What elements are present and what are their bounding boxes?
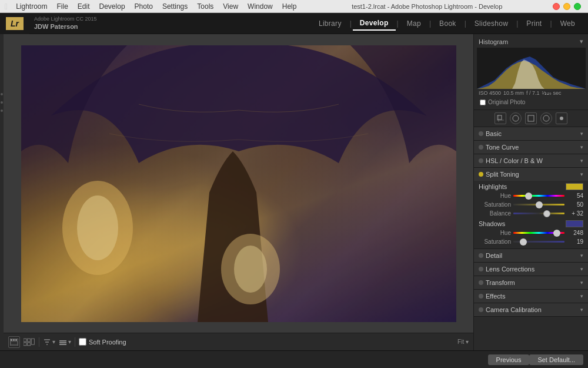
menu-tools[interactable]: Tools [192,0,218,13]
hsl-section: HSL / Color / B & W ▾ [474,154,588,168]
menu-help[interactable]: Help [278,0,302,13]
hsl-title: HSL / Color / B & W [486,157,543,164]
close-button[interactable] [553,3,560,10]
crop-tool[interactable] [495,112,506,124]
histogram-title: Histogram [479,38,508,45]
original-photo-checkbox[interactable] [480,100,486,105]
shadows-hue-row: Hue 248 [474,228,588,237]
tab-book[interactable]: Book [432,17,463,30]
tone-curve-header[interactable]: Tone Curve ▾ [474,141,588,154]
split-toning-toggle[interactable] [479,172,483,177]
split-toning-header[interactable]: Split Toning ▾ [474,168,588,181]
app-header: Lr Adobe Lightroom CC 2015 JDW Paterson … [0,13,588,34]
user-info: Adobe Lightroom CC 2015 JDW Paterson [29,16,102,31]
menu-settings[interactable]: Settings [158,0,192,13]
menu-view[interactable]: View [218,0,243,13]
svg-point-25 [543,115,549,121]
apple-logo:  [5,2,8,11]
app-name: Adobe Lightroom CC 2015 [34,16,97,23]
detail-toggle[interactable] [479,253,483,258]
zoom-dropdown[interactable]: Fit ▾ [457,339,469,345]
svg-rect-17 [59,342,66,343]
soft-proofing-toggle[interactable]: Soft Proofing [79,338,126,346]
filmstrip-icon[interactable] [8,336,20,348]
iso-info: ISO 4500 [479,90,501,96]
adjustment-brush[interactable] [556,112,567,124]
highlights-hue-slider[interactable] [513,195,564,197]
svg-rect-5 [21,45,456,322]
shutter-info: ¹⁄₃₄₉ sec [542,90,562,96]
svg-rect-10 [11,342,18,344]
user-name: JDW Paterson [34,22,97,31]
camera-calibration-header[interactable]: Camera Calibration ▾ [474,303,588,316]
highlights-color-swatch[interactable] [566,183,583,190]
photo-container [4,34,473,333]
highlights-saturation-slider[interactable] [513,204,564,205]
main-content: ▾ ▾ Soft Proofing Fit ▾ [0,34,588,350]
right-panel: Histogram ▾ ISO 4500 10.5 mm f / 7 [473,34,588,350]
lens-toggle[interactable] [479,267,483,271]
balance-thumb[interactable] [543,210,550,217]
hsl-header[interactable]: HSL / Color / B & W ▾ [474,154,588,167]
highlights-saturation-thumb[interactable] [536,201,543,208]
previous-button[interactable]: Previous [488,354,530,365]
shadows-saturation-thumb[interactable] [520,238,527,246]
svg-rect-24 [528,115,534,121]
shadows-hue-thumb[interactable] [553,230,560,237]
original-photo-row: Original Photo [476,97,586,107]
detail-arrow: ▾ [580,253,583,258]
soft-proofing-checkbox[interactable] [79,338,86,346]
tone-curve-toggle[interactable] [479,145,483,150]
lens-corrections-header[interactable]: Lens Corrections ▾ [474,263,588,276]
view-dropdown[interactable]: ▾ [59,338,71,346]
set-default-button[interactable]: Set Default... [529,354,583,365]
menu-file[interactable]: File [52,0,73,13]
sort-dropdown[interactable]: ▾ [43,338,55,346]
lens-corrections-section: Lens Corrections ▾ [474,263,588,276]
redeye-tool[interactable] [525,112,537,124]
shadows-hue-slider[interactable] [513,232,564,234]
tab-develop[interactable]: Develop [353,16,396,31]
effects-header[interactable]: Effects ▾ [474,290,588,303]
tab-web[interactable]: Web [553,17,582,30]
lens-arrow: ▾ [580,266,583,272]
svg-rect-14 [28,342,31,345]
shadows-saturation-slider[interactable] [513,241,564,243]
maximize-button[interactable] [574,3,581,10]
separator-2 [75,337,75,347]
histogram-collapse-icon[interactable]: ▾ [580,38,583,45]
svg-rect-9 [15,339,17,341]
menu-window[interactable]: Window [243,0,278,13]
lens-title: Lens Corrections [486,266,534,273]
histogram-section: Histogram ▾ ISO 4500 10.5 mm f / 7 [474,34,588,110]
shadows-color-swatch[interactable] [566,220,583,227]
tab-slideshow[interactable]: Slideshow [467,17,515,30]
shadows-label: Shadows [479,220,505,227]
basic-header[interactable]: Basic ▾ [474,127,588,140]
hsl-toggle[interactable] [479,158,483,163]
grid-icon[interactable] [24,336,35,348]
tab-library[interactable]: Library [312,17,349,30]
tab-map[interactable]: Map [400,17,428,30]
menu-photo[interactable]: Photo [130,0,158,13]
transform-toggle[interactable] [479,280,483,285]
basic-toggle[interactable] [479,131,483,136]
shadows-saturation-value: 19 [567,238,583,245]
transform-arrow: ▾ [580,280,583,286]
menu-lightroom[interactable]: Lightroom [11,0,52,13]
effects-toggle[interactable] [479,294,483,299]
menu-develop[interactable]: Develop [95,0,130,13]
menu-edit[interactable]: Edit [73,0,95,13]
tab-print[interactable]: Print [519,17,549,30]
spot-heal-tool[interactable] [510,112,522,124]
detail-header[interactable]: Detail ▾ [474,249,588,262]
balance-slider[interactable] [513,213,564,214]
camera-cal-title: Camera Calibration [486,306,542,313]
graduated-filter[interactable] [540,112,552,124]
minimize-button[interactable] [563,3,570,10]
highlights-hue-label: Hue [479,193,511,199]
transform-header[interactable]: Transform ▾ [474,276,588,289]
camera-cal-toggle[interactable] [479,307,483,312]
basic-title: Basic [486,130,502,137]
highlights-hue-thumb[interactable] [525,193,532,200]
